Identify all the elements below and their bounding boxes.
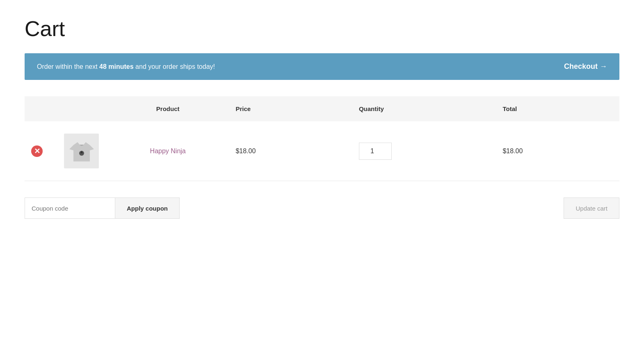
cart-table: Product Price Quantity Total ✕ [25,96,619,181]
product-total: $18.00 [502,148,523,154]
page-title: Cart [25,16,619,41]
col-image-header [57,96,107,121]
cart-table-body: ✕ Happy Ninja [25,121,619,181]
cart-actions: Apply coupon Update cart [25,193,619,223]
remove-item-button[interactable]: ✕ [31,145,43,157]
coupon-section: Apply coupon [25,197,180,219]
col-price-header: Price [229,96,352,121]
product-price: $18.00 [235,148,256,154]
remove-icon: ✕ [31,145,43,157]
coupon-input[interactable] [25,197,115,219]
apply-coupon-button[interactable]: Apply coupon [115,197,180,219]
total-cell: $18.00 [496,121,619,181]
notice-time-highlight: 48 minutes [99,63,134,70]
checkout-link[interactable]: Checkout → [564,62,607,71]
notice-text: Order within the next 48 minutes and you… [37,63,215,70]
cart-table-header: Product Price Quantity Total [25,96,619,121]
update-cart-button[interactable]: Update cart [564,197,619,219]
col-remove-header [25,96,57,121]
product-price-cell: $18.00 [229,121,352,181]
notice-bar: Order within the next 48 minutes and you… [25,53,619,80]
product-image-cell [57,121,107,181]
quantity-input[interactable] [359,143,392,160]
notice-text-prefix: Order within the next [37,63,99,70]
notice-text-suffix: and your order ships today! [134,63,215,70]
table-row: ✕ Happy Ninja [25,121,619,181]
product-name-link[interactable]: Happy Ninja [113,148,222,155]
col-product-header: Product [107,96,229,121]
col-total-header: Total [496,96,619,121]
remove-cell: ✕ [25,121,57,181]
product-name-cell: Happy Ninja [107,121,229,181]
product-image [64,134,99,168]
quantity-cell [352,121,496,181]
col-quantity-header: Quantity [352,96,496,121]
tshirt-svg [69,139,94,163]
